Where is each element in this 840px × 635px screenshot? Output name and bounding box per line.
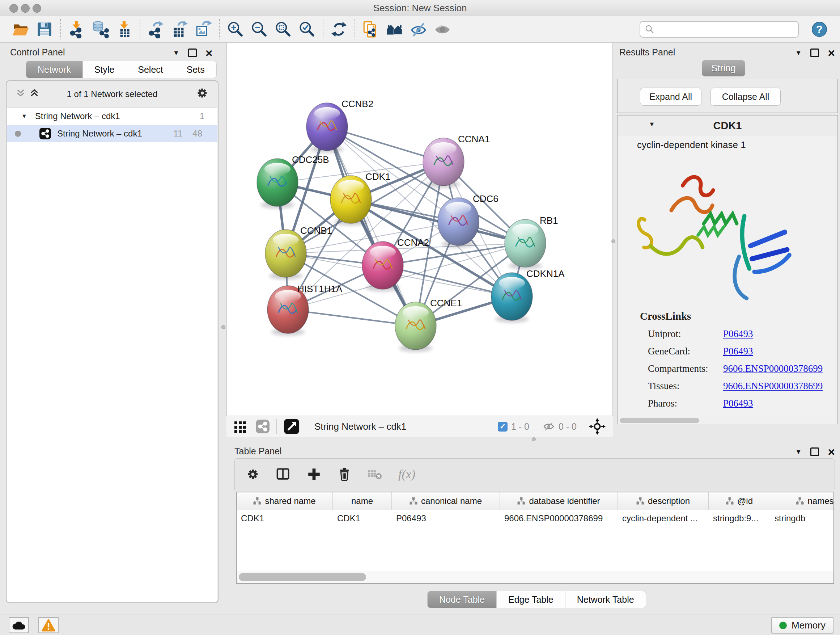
- panel-close-icon[interactable]: ×: [828, 448, 835, 456]
- results-vertical-scrollbar[interactable]: [831, 136, 837, 417]
- right-splitter-handle[interactable]: [611, 239, 615, 243]
- table-cell[interactable]: stringdb:9...: [709, 510, 770, 527]
- tab-network-table[interactable]: Network Table: [565, 591, 646, 608]
- table-header-name[interactable]: name: [333, 492, 392, 510]
- toolbar-separator: [323, 19, 324, 40]
- zoom-selected-button[interactable]: [295, 18, 319, 41]
- hide-selected-button[interactable]: [407, 18, 431, 41]
- table-cell[interactable]: CDK1: [333, 510, 392, 527]
- network-node-RB1[interactable]: [505, 219, 546, 269]
- table-header--id[interactable]: @id: [709, 492, 770, 510]
- results-horizontal-scrollbar[interactable]: [617, 417, 831, 424]
- panel-close-icon[interactable]: ×: [828, 49, 835, 57]
- search-input[interactable]: [655, 24, 794, 35]
- show-columns-icon[interactable]: [275, 466, 291, 482]
- network-edge[interactable]: [327, 127, 416, 326]
- table-header-canonical-name[interactable]: canonical name: [392, 492, 500, 510]
- neighbors-documents-icon: [362, 20, 380, 38]
- tab-network[interactable]: Network: [26, 61, 83, 78]
- help-button[interactable]: ?: [807, 18, 831, 41]
- table-cell[interactable]: CDK1: [237, 510, 333, 527]
- table-body: CDK1CDK1P064939606.ENSP00000378699cyclin…: [237, 510, 834, 527]
- panel-float-icon[interactable]: [188, 49, 197, 57]
- cloud-status-button[interactable]: [9, 617, 29, 633]
- crosslink-link[interactable]: P06493: [723, 328, 753, 340]
- scrollbar-thumb[interactable]: [239, 573, 366, 581]
- create-column-plus-icon[interactable]: [306, 467, 322, 482]
- crosslinks-heading: CrossLinks: [640, 310, 823, 322]
- crosslink-link[interactable]: 9606.ENSP00000378699: [723, 380, 823, 392]
- panel-menu-icon[interactable]: ▼: [173, 50, 180, 56]
- left-splitter-handle[interactable]: [221, 325, 225, 329]
- table-header-database-identifier[interactable]: database identifier: [500, 492, 618, 510]
- table-header-description[interactable]: description: [618, 492, 709, 510]
- export-table-button[interactable]: [168, 18, 192, 41]
- crosslink-link[interactable]: P06493: [723, 346, 753, 357]
- crosshair-icon[interactable]: [589, 418, 606, 435]
- memory-button[interactable]: Memory: [771, 617, 834, 633]
- table-cell[interactable]: cyclin-dependent ...: [618, 510, 709, 527]
- zoom-fit-button[interactable]: [271, 18, 295, 41]
- tab-style[interactable]: Style: [82, 61, 126, 78]
- import-network-database-button[interactable]: [88, 18, 112, 41]
- panel-float-icon[interactable]: [810, 448, 819, 456]
- panel-menu-icon[interactable]: ▼: [795, 50, 802, 56]
- search-box[interactable]: [639, 21, 799, 38]
- table-header-shared-name[interactable]: shared name: [237, 492, 333, 510]
- open-folder-icon: [11, 20, 30, 38]
- network-node-CDK1[interactable]: [330, 176, 371, 226]
- horizontal-splitter-handle[interactable]: [532, 437, 536, 441]
- home-button[interactable]: [383, 18, 407, 41]
- network-canvas[interactable]: CCNB2CCNA1CDC25BCDK1CDC6RB1CCNB1CCNA2CDK…: [226, 43, 613, 416]
- network-node-CCNB2[interactable]: [306, 103, 347, 153]
- network-overview-icon[interactable]: [256, 419, 270, 434]
- network-options-gear-icon[interactable]: [195, 86, 209, 100]
- table-cell[interactable]: 9606.ENSP00000378699: [500, 510, 618, 527]
- first-neighbors-button[interactable]: [359, 18, 383, 41]
- apply-layout-button[interactable]: [327, 18, 351, 41]
- network-collection-row[interactable]: ▼ String Network – cdk1 1: [7, 108, 218, 125]
- table-cell[interactable]: stringdb: [770, 510, 834, 527]
- tab-sets[interactable]: Sets: [175, 61, 217, 78]
- network-node-CCNA1[interactable]: [423, 138, 464, 188]
- network-row[interactable]: String Network – cdk1 11 48: [7, 125, 218, 142]
- tab-string[interactable]: String: [702, 60, 745, 76]
- collapse-all-button[interactable]: Collapse All: [711, 88, 781, 106]
- detach-view-icon[interactable]: [283, 418, 300, 435]
- expand-all-button[interactable]: Expand All: [640, 88, 701, 106]
- panel-float-icon[interactable]: [810, 49, 819, 57]
- crosslink-link[interactable]: P06493: [723, 398, 753, 409]
- table-mode-gear-icon[interactable]: [246, 467, 260, 481]
- selected-checkbox-icon[interactable]: ✓: [498, 422, 508, 432]
- crosslink-link[interactable]: 9606.ENSP00000378699: [723, 363, 823, 374]
- import-table-file-button[interactable]: [112, 18, 136, 41]
- network-node-CCNB1[interactable]: [265, 230, 306, 279]
- tab-edge-table[interactable]: Edge Table: [496, 591, 565, 608]
- table-horizontal-scrollbar[interactable]: [237, 571, 834, 583]
- network-node-CDKN1A[interactable]: [491, 272, 532, 323]
- protein-section-header[interactable]: ▼ CDK1: [617, 116, 837, 136]
- tab-node-table[interactable]: Node Table: [427, 591, 497, 608]
- table-row[interactable]: CDK1CDK1P064939606.ENSP00000378699cyclin…: [237, 510, 834, 527]
- panel-menu-icon[interactable]: ▼: [795, 448, 802, 455]
- table-cell[interactable]: P06493: [392, 510, 500, 527]
- collection-expander-icon[interactable]: ▼: [21, 113, 27, 119]
- panel-close-icon[interactable]: ×: [205, 49, 213, 57]
- network-node-CDC6[interactable]: [438, 198, 479, 248]
- network-node-CDC25B[interactable]: [257, 158, 298, 209]
- table-header-namespace[interactable]: namespace: [770, 492, 834, 510]
- warnings-button[interactable]: [38, 617, 58, 633]
- export-network-button[interactable]: [144, 18, 168, 41]
- scrollbar-thumb[interactable]: [620, 418, 699, 423]
- open-session-button[interactable]: [9, 18, 33, 41]
- zoom-in-button[interactable]: [224, 18, 248, 41]
- tab-select[interactable]: Select: [126, 61, 175, 78]
- export-image-button[interactable]: [192, 18, 216, 41]
- import-network-file-button[interactable]: [65, 18, 88, 41]
- delete-column-trash-icon[interactable]: [337, 466, 352, 482]
- network-node-CCNE1[interactable]: [395, 302, 436, 352]
- save-session-button[interactable]: [33, 18, 57, 41]
- zoom-out-button[interactable]: [248, 18, 271, 41]
- birds-eye-grid-icon[interactable]: [234, 420, 247, 433]
- show-all-button[interactable]: [431, 18, 454, 41]
